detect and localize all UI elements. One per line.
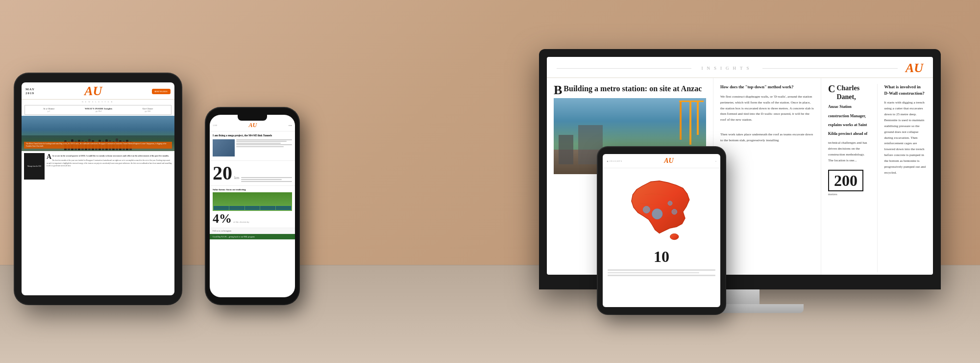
tablet-nav-item1-sub: p.2	[43, 110, 55, 112]
monitor-right-body: It starts with digging a trench using a …	[884, 100, 927, 176]
tablet-logo: AU	[84, 85, 102, 98]
svg-point-0	[670, 233, 679, 239]
tablet-subtitle: NEWSLETTER	[22, 100, 174, 104]
phone-article-img1	[213, 139, 235, 156]
australia-map-svg	[617, 173, 706, 242]
small-tablet-logo: AU	[664, 157, 673, 165]
phone-solar-img	[213, 192, 292, 211]
tablet-bouygues-logo: BOUYGUES	[155, 90, 168, 93]
tablet-year: 2019	[25, 91, 35, 95]
monitor-right-title: What is involved in D-Wall construction?	[884, 84, 927, 96]
small-tablet-device: ◀ INSIGHTS AU ≡	[598, 147, 725, 314]
monitor-dropcap: B	[554, 85, 562, 96]
monitor-charles-name: Charles Danet,	[836, 84, 859, 101]
tablet-hero-caption: The Metro Tunnel kicked off underground …	[26, 143, 170, 148]
phone-device: 12:00 AU ●●● I am fixing a mega project,…	[206, 108, 299, 304]
phone-solar-label: Solar farms: focus on tendering	[213, 188, 292, 191]
phone-percent-label: of the electricity	[233, 221, 249, 225]
svg-point-4	[668, 201, 672, 206]
phone-notch	[238, 115, 267, 121]
tablet-ceo-label: Message from the CEO	[27, 165, 41, 167]
monitor-charles-technical: technical challenges and has driven deci…	[828, 140, 870, 164]
tablet-hero-image: The Metro Tunnel kicked off underground …	[22, 116, 174, 151]
small-tablet-screen: ◀ INSIGHTS AU ≡	[603, 154, 720, 307]
tablet-screen: MAY 2019 AU BOUYGUES NEWSLETTER At a Gla…	[22, 82, 174, 295]
tablet-date: MAY	[25, 87, 35, 91]
phone-screen: 12:00 AU ●●● I am fixing a mega project,…	[210, 115, 295, 297]
monitor-neck	[720, 289, 760, 304]
monitor-number-unit: metres	[828, 192, 870, 196]
small-tablet-number: 10	[603, 249, 720, 264]
monitor-insights-label: INSIGHTS	[691, 66, 762, 71]
phone-logo: AU	[249, 122, 257, 129]
svg-point-2	[643, 206, 650, 213]
tablet-ceo-intro: As we are in the second quarter of 2019,…	[52, 155, 169, 157]
tablet-nav-item2-sub: pp.3&4	[85, 110, 112, 112]
monitor-article-headline: Building a metro station: on site at Anz…	[564, 84, 702, 93]
tablet-device: MAY 2019 AU BOUYGUES NEWSLETTER At a Gla…	[15, 74, 181, 304]
phone-number-big: 20	[213, 163, 232, 183]
phone-percent-big: 4%	[213, 212, 232, 225]
monitor-left-subtitle: How does the "top-down" method work?	[720, 84, 814, 90]
tablet-nav-item3-sub: pp.5&6	[143, 110, 153, 112]
monitor-left-continued: Then work takes place underneath the roo…	[720, 132, 814, 144]
phone-nib-text: Good Day N.S.W. – giving back to our NRL…	[213, 235, 292, 238]
phone-number-small: km	[234, 176, 239, 183]
monitor-charles-title: Anzac Station construction Manager, expl…	[828, 104, 867, 136]
monitor-number-badge: 200	[828, 170, 863, 191]
australia-map-container	[603, 168, 720, 247]
monitor-logo: AU	[906, 62, 923, 75]
phone-follow-text: Follow us on Instagram	[213, 230, 292, 232]
phone-article-title: I am fixing a mega project, the M4-M5 li…	[213, 134, 292, 138]
tablet-ceo-body: The first five months of the year were f…	[47, 159, 172, 167]
svg-point-1	[652, 209, 662, 219]
svg-point-3	[672, 209, 677, 215]
monitor-left-body: We first construct diaphragm walls, or '…	[720, 94, 814, 123]
